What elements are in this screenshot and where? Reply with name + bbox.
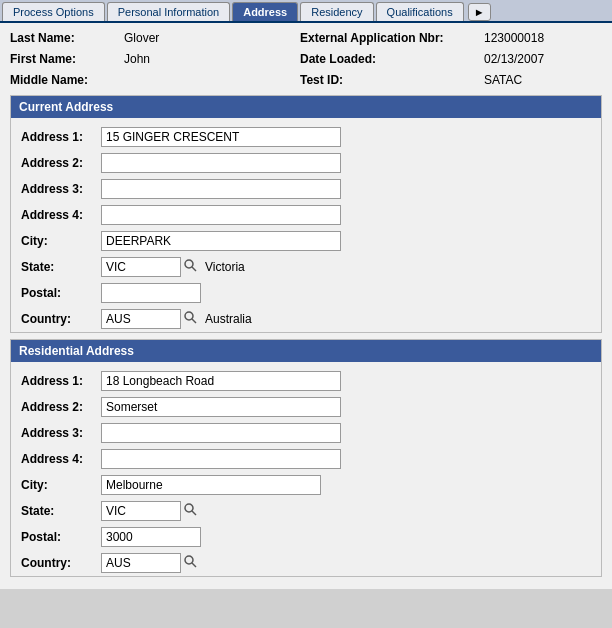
current-city-label: City: — [21, 234, 101, 248]
residential-address3-input[interactable] — [101, 423, 341, 443]
current-postal-input[interactable] — [101, 283, 201, 303]
tab-residency[interactable]: Residency — [300, 2, 373, 21]
tab-process-options[interactable]: Process Options — [2, 2, 105, 21]
test-id-label: Test ID: — [300, 71, 480, 89]
residential-address3-row: Address 3: — [11, 420, 601, 446]
current-address2-row: Address 2: — [11, 150, 601, 176]
date-loaded-value: 02/13/2007 — [480, 50, 600, 68]
current-country-search-icon[interactable] — [183, 310, 199, 326]
current-city-input[interactable] — [101, 231, 341, 251]
current-state-row: State: Victoria — [11, 254, 601, 280]
svg-point-0 — [185, 260, 193, 268]
residential-city-label: City: — [21, 478, 101, 492]
residential-address1-input[interactable] — [101, 371, 341, 391]
current-address-section: Current Address Address 1: Address 2: Ad… — [10, 95, 602, 333]
current-address1-row: Address 1: — [11, 124, 601, 150]
tab-scroll-right[interactable]: ► — [468, 3, 491, 21]
residential-address2-label: Address 2: — [21, 400, 101, 414]
residential-country-input[interactable] — [101, 553, 181, 573]
residential-city-row: City: — [11, 472, 601, 498]
residential-address1-label: Address 1: — [21, 374, 101, 388]
tab-qualifications[interactable]: Qualifications — [376, 2, 464, 21]
first-name-value: John — [120, 50, 300, 68]
residential-city-input[interactable] — [101, 475, 321, 495]
svg-line-7 — [192, 563, 196, 567]
residential-country-label: Country: — [21, 556, 101, 570]
current-country-label: Country: — [21, 312, 101, 326]
test-id-value: SATAC — [480, 71, 600, 89]
current-address3-input[interactable] — [101, 179, 341, 199]
ext-app-value: 123000018 — [480, 29, 600, 47]
current-country-input[interactable] — [101, 309, 181, 329]
current-postal-label: Postal: — [21, 286, 101, 300]
residential-address1-row: Address 1: — [11, 368, 601, 394]
current-city-row: City: — [11, 228, 601, 254]
residential-address2-row: Address 2: — [11, 394, 601, 420]
date-loaded-label: Date Loaded: — [300, 50, 480, 68]
current-address3-row: Address 3: — [11, 176, 601, 202]
current-state-text: Victoria — [205, 260, 245, 274]
svg-line-3 — [192, 319, 196, 323]
ext-app-label: External Application Nbr: — [300, 29, 480, 47]
current-country-row: Country: Australia — [11, 306, 601, 332]
residential-country-search-icon[interactable] — [183, 554, 199, 570]
current-state-search-icon[interactable] — [183, 258, 199, 274]
svg-line-5 — [192, 511, 196, 515]
current-country-text: Australia — [205, 312, 252, 326]
current-address2-label: Address 2: — [21, 156, 101, 170]
tab-personal-information[interactable]: Personal Information — [107, 2, 231, 21]
current-postal-row: Postal: — [11, 280, 601, 306]
current-state-input[interactable] — [101, 257, 181, 277]
residential-address4-input[interactable] — [101, 449, 341, 469]
residential-address-header: Residential Address — [11, 340, 601, 362]
residential-address2-input[interactable] — [101, 397, 341, 417]
middle-name-value — [120, 71, 300, 89]
current-address1-input[interactable] — [101, 127, 341, 147]
residential-postal-input[interactable] — [101, 527, 201, 547]
residential-address4-row: Address 4: — [11, 446, 601, 472]
residential-postal-label: Postal: — [21, 530, 101, 544]
residential-postal-row: Postal: — [11, 524, 601, 550]
residential-address4-label: Address 4: — [21, 452, 101, 466]
current-state-label: State: — [21, 260, 101, 274]
current-address4-input[interactable] — [101, 205, 341, 225]
svg-point-6 — [185, 556, 193, 564]
residential-address-section: Residential Address Address 1: Address 2… — [10, 339, 602, 577]
first-name-label: First Name: — [10, 50, 120, 68]
main-content: Last Name: Glover External Application N… — [0, 23, 612, 589]
svg-point-2 — [185, 312, 193, 320]
svg-point-4 — [185, 504, 193, 512]
svg-line-1 — [192, 267, 196, 271]
residential-country-row: Country: — [11, 550, 601, 576]
tab-bar: Process Options Personal Information Add… — [0, 0, 612, 23]
middle-name-label: Middle Name: — [10, 71, 120, 89]
current-address3-label: Address 3: — [21, 182, 101, 196]
current-address4-label: Address 4: — [21, 208, 101, 222]
residential-state-row: State: — [11, 498, 601, 524]
residential-address3-label: Address 3: — [21, 426, 101, 440]
header-info: Last Name: Glover External Application N… — [10, 29, 602, 89]
last-name-label: Last Name: — [10, 29, 120, 47]
current-address2-input[interactable] — [101, 153, 341, 173]
current-address-header: Current Address — [11, 96, 601, 118]
tab-address[interactable]: Address — [232, 2, 298, 21]
current-address1-label: Address 1: — [21, 130, 101, 144]
residential-state-search-icon[interactable] — [183, 502, 199, 518]
current-address4-row: Address 4: — [11, 202, 601, 228]
residential-state-label: State: — [21, 504, 101, 518]
last-name-value: Glover — [120, 29, 300, 47]
residential-state-input[interactable] — [101, 501, 181, 521]
